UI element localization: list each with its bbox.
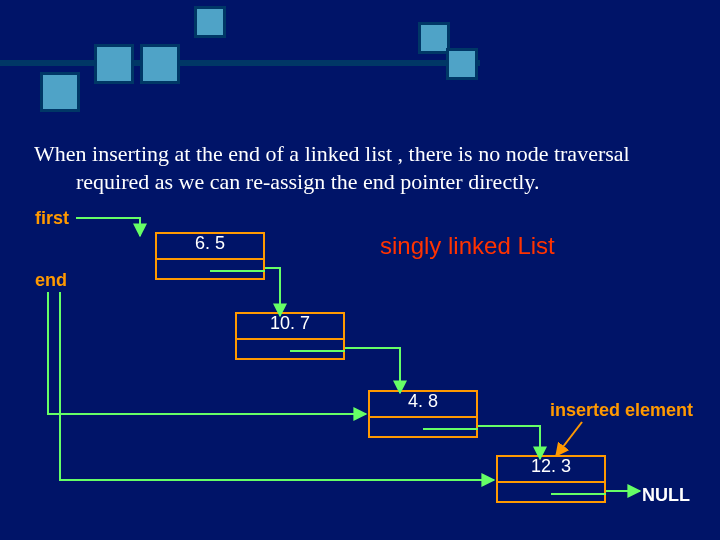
arrow-node2-to-node3 <box>345 348 400 393</box>
slide-stage: When inserting at the end of a linked li… <box>0 0 720 540</box>
node-pointer-stub <box>423 428 478 430</box>
header-square-4 <box>94 44 134 84</box>
arrow-node1-to-node2 <box>265 268 280 316</box>
node-3-value: 4. 8 <box>370 391 476 412</box>
node-divider <box>368 416 478 418</box>
header-square-6 <box>40 72 80 112</box>
node-pointer-stub <box>551 493 606 495</box>
header-square-5 <box>140 44 180 84</box>
paragraph-line-2: required as we can re-assign the end poi… <box>34 168 694 196</box>
node-4: 12. 3 <box>496 455 606 503</box>
null-label: NULL <box>642 485 690 506</box>
header-rule <box>0 60 480 66</box>
header-square-3 <box>446 48 478 80</box>
description-paragraph: When inserting at the end of a linked li… <box>34 140 694 195</box>
node-divider <box>155 258 265 260</box>
first-label: first <box>35 208 69 229</box>
node-2-value: 10. 7 <box>237 313 343 334</box>
arrow-first-to-node1 <box>76 218 140 236</box>
node-1: 6. 5 <box>155 232 265 280</box>
node-pointer-stub <box>210 270 265 272</box>
end-label: end <box>35 270 67 291</box>
inserted-element-label: inserted element <box>550 400 693 421</box>
paragraph-line-1: When inserting at the end of a linked li… <box>34 141 630 166</box>
node-pointer-stub <box>290 350 345 352</box>
node-divider <box>235 338 345 340</box>
node-1-value: 6. 5 <box>157 233 263 254</box>
header-square-1 <box>194 6 226 38</box>
arrow-inserted-callout <box>556 422 582 456</box>
node-3: 4. 8 <box>368 390 478 438</box>
list-title: singly linked List <box>380 232 555 260</box>
node-divider <box>496 481 606 483</box>
node-4-value: 12. 3 <box>498 456 604 477</box>
node-2: 10. 7 <box>235 312 345 360</box>
